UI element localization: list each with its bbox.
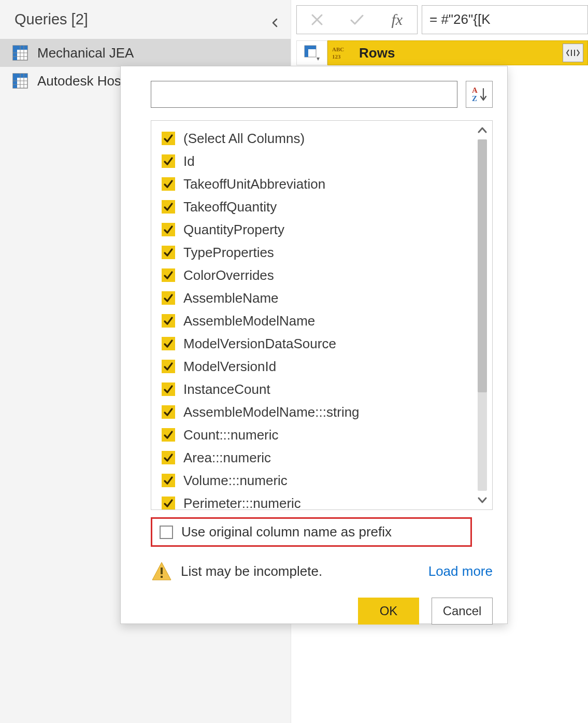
column-option-label: Id: [183, 153, 195, 169]
column-option-label: TypeProperties: [183, 245, 274, 261]
svg-text:Z: Z: [472, 94, 477, 103]
column-option-label: QuantityProperty: [183, 222, 284, 238]
checkbox-checked-icon[interactable]: [162, 474, 175, 487]
load-more-link[interactable]: Load more: [428, 563, 493, 579]
checkbox-checked-icon[interactable]: [162, 291, 175, 305]
svg-rect-16: [305, 46, 308, 57]
column-option-label: Count:::numeric: [183, 427, 279, 443]
column-header-strip: ABC 123 Rows: [296, 40, 588, 65]
column-option[interactable]: Count:::numeric: [162, 423, 468, 446]
column-option[interactable]: Area:::numeric: [162, 446, 468, 469]
accept-formula-icon[interactable]: [341, 6, 372, 34]
column-option[interactable]: TypeProperties: [162, 241, 468, 264]
columns-list: (Select All Columns)IdTakeoffUnitAbbrevi…: [151, 120, 493, 510]
column-option[interactable]: ModelVersionId: [162, 355, 468, 378]
use-original-prefix-option[interactable]: Use original column name as prefix: [151, 517, 472, 547]
incomplete-warning: List may be incomplete. Load more: [151, 560, 493, 582]
checkbox-checked-icon[interactable]: [162, 132, 175, 145]
column-option-label: ColorOverrides: [183, 267, 274, 283]
scrollbar[interactable]: [472, 121, 492, 509]
column-option-label: AssembleName: [183, 290, 279, 306]
column-option-label: ModelVersionId: [183, 359, 276, 375]
queries-title: Queries [2]: [15, 11, 88, 28]
checkbox-checked-icon[interactable]: [162, 451, 175, 464]
ok-label: OK: [380, 604, 398, 618]
scroll-track[interactable]: [478, 139, 487, 491]
column-option[interactable]: Volume:::numeric: [162, 469, 468, 492]
query-label: Mechanical JEA: [37, 45, 134, 61]
table-options-button[interactable]: [296, 40, 327, 65]
column-option[interactable]: AssembleModelName: [162, 309, 468, 332]
checkbox-checked-icon[interactable]: [162, 428, 175, 442]
column-option[interactable]: TakeoffUnitAbbreviation: [162, 173, 468, 195]
formula-controls: fx: [296, 5, 418, 34]
column-option[interactable]: Perimeter:::numeric: [162, 492, 468, 509]
scroll-up-icon[interactable]: [476, 124, 489, 136]
prefix-label: Use original column name as prefix: [181, 524, 392, 540]
scroll-thumb[interactable]: [478, 139, 487, 392]
column-header-rows[interactable]: ABC 123 Rows: [327, 40, 588, 65]
column-option-label: TakeoffUnitAbbreviation: [183, 176, 325, 192]
column-option-label: (Select All Columns): [183, 131, 305, 147]
column-option[interactable]: AssembleModelName:::string: [162, 401, 468, 423]
column-option-label: Volume:::numeric: [183, 473, 288, 489]
checkbox-checked-icon[interactable]: [162, 200, 175, 214]
checkbox-checked-icon[interactable]: [162, 382, 175, 396]
fx-icon[interactable]: fx: [381, 6, 412, 34]
cancel-formula-icon[interactable]: [302, 6, 333, 34]
expand-columns-popup: A Z (Select All Columns)IdTakeoffUnitAbb…: [120, 66, 508, 624]
column-name: Rows: [359, 45, 395, 61]
column-option[interactable]: (Select All Columns): [162, 127, 468, 150]
prefix-checkbox[interactable]: [160, 526, 173, 539]
collapse-queries-icon[interactable]: [270, 15, 280, 25]
checkbox-checked-icon[interactable]: [162, 154, 175, 168]
table-icon: [12, 45, 28, 61]
columns-scroll[interactable]: (Select All Columns)IdTakeoffUnitAbbrevi…: [151, 121, 472, 509]
column-option-label: InstanceCount: [183, 381, 270, 398]
column-option[interactable]: ModelVersionDataSource: [162, 332, 468, 355]
svg-text:123: 123: [332, 53, 341, 60]
checkbox-checked-icon[interactable]: [162, 405, 175, 419]
formula-input[interactable]: = #"26"{[K: [422, 5, 588, 34]
checkbox-checked-icon[interactable]: [162, 177, 175, 191]
query-label: Autodesk Hos: [37, 73, 121, 89]
table-icon: [12, 73, 28, 89]
expand-column-icon[interactable]: [563, 44, 583, 62]
checkbox-checked-icon[interactable]: [162, 223, 175, 236]
column-option-label: Perimeter:::numeric: [183, 495, 301, 510]
cancel-label: Cancel: [443, 604, 482, 618]
svg-rect-24: [161, 576, 163, 578]
column-option[interactable]: QuantityProperty: [162, 218, 468, 241]
checkbox-checked-icon[interactable]: [162, 360, 175, 373]
cancel-button[interactable]: Cancel: [432, 598, 493, 625]
ok-button[interactable]: OK: [358, 598, 419, 625]
column-option-label: AssembleModelName:::string: [183, 404, 360, 420]
column-option[interactable]: AssembleName: [162, 287, 468, 309]
checkbox-checked-icon[interactable]: [162, 314, 175, 328]
column-option[interactable]: Id: [162, 150, 468, 173]
column-option-label: TakeoffQuantity: [183, 199, 277, 215]
warning-text: List may be incomplete.: [181, 563, 322, 579]
checkbox-checked-icon[interactable]: [162, 246, 175, 259]
checkbox-checked-icon[interactable]: [162, 497, 175, 509]
column-option[interactable]: InstanceCount: [162, 378, 468, 401]
queries-header: Queries [2]: [0, 0, 291, 39]
checkbox-checked-icon[interactable]: [162, 337, 175, 350]
warning-icon: [151, 560, 173, 582]
column-option-label: ModelVersionDataSource: [183, 336, 336, 352]
column-option[interactable]: ColorOverrides: [162, 264, 468, 287]
formula-text: = #"26"{[K: [429, 11, 491, 27]
checkbox-checked-icon[interactable]: [162, 268, 175, 282]
svg-text:A: A: [472, 86, 478, 94]
svg-text:ABC: ABC: [332, 46, 344, 52]
abc123-type-icon[interactable]: ABC 123: [330, 44, 353, 62]
column-option-label: AssembleModelName: [183, 313, 315, 329]
column-search-input[interactable]: [151, 81, 457, 108]
formula-toolbar: fx = #"26"{[K: [296, 0, 588, 39]
svg-rect-23: [161, 568, 163, 574]
scroll-down-icon[interactable]: [476, 494, 489, 506]
column-option[interactable]: TakeoffQuantity: [162, 195, 468, 218]
sort-az-button[interactable]: A Z: [466, 81, 493, 108]
column-option-label: Area:::numeric: [183, 450, 271, 466]
query-item-mechanical-jea[interactable]: Mechanical JEA: [0, 39, 291, 67]
